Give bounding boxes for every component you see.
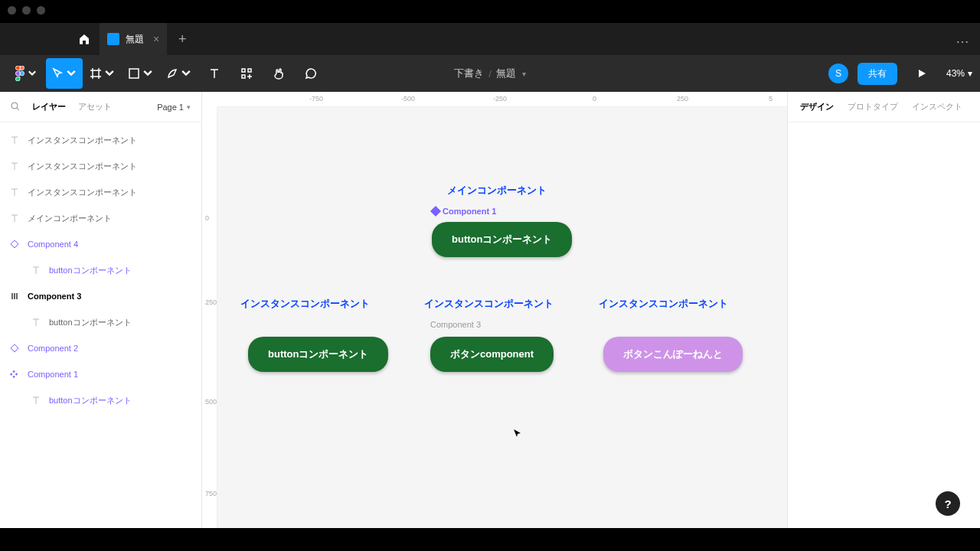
ruler-tick: -750 — [309, 95, 323, 103]
design-tab[interactable]: デザイン — [800, 101, 834, 112]
prototype-tab[interactable]: プロトタイプ — [848, 101, 898, 112]
file-icon — [107, 33, 119, 45]
layer-item[interactable]: buttonコンポーネント — [0, 257, 201, 283]
page-selector[interactable]: Page 1 ▾ — [157, 103, 191, 112]
ruler-tick: -250 — [493, 95, 507, 103]
layer-label: インスタンスコンポーネント — [28, 135, 137, 146]
ruler-tick: 0 — [205, 214, 209, 222]
tab-bar: 無題 × + … — [0, 23, 980, 55]
main-button-instance[interactable]: buttonコンポーネント — [432, 222, 572, 257]
svg-rect-1 — [129, 69, 139, 78]
instance-a-button[interactable]: buttonコンポーネント — [248, 337, 388, 372]
text-icon — [9, 135, 20, 145]
layer-item[interactable]: Component 4 — [0, 231, 201, 257]
search-icon[interactable] — [11, 102, 20, 112]
file-tab-title: 無題 — [126, 33, 144, 46]
svg-rect-2 — [242, 69, 245, 72]
move-tool[interactable] — [46, 58, 83, 89]
layer-item[interactable]: Component 2 — [0, 335, 201, 361]
text-tool[interactable] — [199, 58, 230, 89]
pen-tool[interactable] — [161, 58, 198, 89]
page-label: Page 1 — [157, 103, 184, 112]
component1-label[interactable]: Component 1 — [432, 207, 496, 216]
app-menu-more[interactable]: … — [956, 31, 971, 47]
comp-outline-icon — [9, 239, 20, 249]
left-panel: レイヤー アセット Page 1 ▾ インスタンスコンポーネントインスタンスコン… — [0, 92, 202, 528]
layer-item[interactable]: buttonコンポーネント — [0, 309, 201, 335]
ruler-tick: 0 — [593, 95, 596, 103]
comp-filled-icon — [9, 369, 20, 380]
layer-item[interactable]: Component 3 — [0, 283, 201, 309]
present-button[interactable] — [906, 58, 937, 89]
traffic-light-close[interactable] — [8, 6, 16, 15]
traffic-light-min[interactable] — [22, 6, 31, 15]
frame-tool[interactable] — [84, 58, 121, 89]
canvas[interactable]: -750-500-25002505 0250500750 メインコンポーネント … — [202, 92, 787, 528]
assets-tab[interactable]: アセット — [78, 101, 112, 112]
layer-label: インスタンスコンポーネント — [28, 187, 137, 198]
help-button[interactable]: ? — [936, 491, 960, 516]
layer-item[interactable]: インスタンスコンポーネント — [0, 153, 201, 179]
hand-tool[interactable] — [263, 58, 294, 89]
cursor-icon — [51, 67, 64, 80]
layer-item[interactable]: Component 1 — [0, 361, 201, 387]
window-controls — [8, 6, 45, 15]
text-icon — [31, 395, 41, 406]
figma-logo-icon — [15, 66, 25, 81]
instance-c-button[interactable]: ボタンこんぽーねんと — [603, 337, 743, 372]
home-tab[interactable] — [69, 23, 100, 55]
component-icon — [430, 206, 441, 217]
layer-label: buttonコンポーネント — [49, 395, 132, 406]
layer-label: メインコンポーネント — [28, 213, 112, 224]
instance-b-label[interactable]: インスタンスコンポーネント — [424, 297, 554, 311]
svg-rect-4 — [242, 75, 245, 78]
share-button[interactable]: 共有 — [858, 63, 897, 85]
doc-title: 無題 — [496, 67, 516, 80]
layer-item[interactable]: メインコンポーネント — [0, 205, 201, 231]
layer-label: Component 3 — [28, 292, 81, 301]
traffic-light-max[interactable] — [37, 6, 45, 15]
layer-label: Component 2 — [28, 344, 78, 353]
component3-label[interactable]: Component 3 — [430, 320, 481, 329]
layer-item[interactable]: インスタンスコンポーネント — [0, 127, 201, 153]
resources-icon — [240, 67, 253, 80]
canvas-content[interactable]: メインコンポーネント Component 1 buttonコンポーネント インス… — [217, 107, 787, 528]
instance-c-label[interactable]: インスタンスコンポーネント — [599, 297, 728, 311]
svg-point-5 — [11, 103, 18, 109]
ruler-tick: 250 — [677, 95, 688, 103]
main-component-label[interactable]: メインコンポーネント — [447, 184, 547, 197]
layer-label: インスタンスコンポーネント — [28, 161, 137, 172]
avatar[interactable]: S — [828, 64, 848, 83]
ruler-tick: 750 — [205, 490, 217, 497]
text-icon — [9, 161, 20, 171]
layers-tab[interactable]: レイヤー — [32, 101, 66, 112]
layer-label: buttonコンポーネント — [49, 317, 132, 328]
instance-b-button[interactable]: ボタンcomponent — [430, 337, 554, 372]
chevron-down-icon: ▾ — [187, 103, 191, 111]
comment-tool[interactable] — [296, 58, 326, 89]
zoom-control[interactable]: 43% ▾ — [946, 68, 972, 79]
rectangle-icon — [128, 67, 140, 80]
figma-menu[interactable] — [8, 58, 44, 89]
text-icon — [9, 187, 20, 197]
ruler-tick: -500 — [401, 95, 415, 103]
file-tab[interactable]: 無題 × — [100, 23, 167, 55]
document-title-breadcrumb[interactable]: 下書き / 無題 ▾ — [454, 67, 526, 80]
text-icon — [208, 67, 220, 80]
layer-item[interactable]: インスタンスコンポーネント — [0, 179, 201, 205]
layer-label: buttonコンポーネント — [49, 265, 132, 276]
instance-a-label[interactable]: インスタンスコンポーネント — [240, 297, 370, 311]
layer-item[interactable]: buttonコンポーネント — [0, 387, 201, 413]
ruler-tick: 5 — [769, 95, 773, 103]
resources-tool[interactable] — [231, 58, 262, 89]
zoom-value: 43% — [946, 68, 965, 79]
home-icon — [77, 33, 91, 45]
layer-list: インスタンスコンポーネントインスタンスコンポーネントインスタンスコンポーネントメ… — [0, 122, 201, 528]
play-icon — [916, 68, 927, 79]
tab-add-button[interactable]: + — [167, 23, 198, 55]
tab-close-icon[interactable]: × — [153, 33, 159, 45]
inspect-tab[interactable]: インスペクト — [912, 101, 962, 112]
draft-label: 下書き — [454, 67, 484, 80]
shape-tool[interactable] — [122, 58, 159, 89]
toolbar: 下書き / 無題 ▾ S 共有 43% ▾ — [0, 55, 980, 92]
